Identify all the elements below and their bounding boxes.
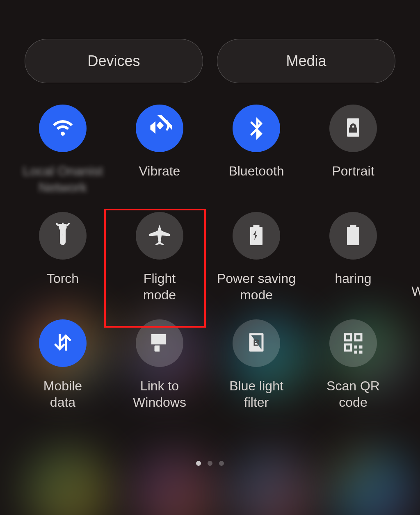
scan-qr-tile-circle xyxy=(329,319,377,367)
torch-label: Torch xyxy=(47,270,79,303)
link-to-windows-label: Link to Windows xyxy=(133,378,186,410)
bluetooth-tile-circle xyxy=(233,105,280,152)
svg-text:B: B xyxy=(253,337,260,348)
torch-tile[interactable]: Torch xyxy=(16,212,109,303)
link-to-windows-tile[interactable]: Link to Windows xyxy=(113,319,206,410)
quick-settings-panel: Devices Media Local Onanist Network Vibr… xyxy=(0,0,420,515)
mobile-data-tile-circle xyxy=(39,319,87,367)
devices-button[interactable]: Devices xyxy=(25,39,203,83)
vibrate-icon xyxy=(147,115,172,141)
power-saving-tile[interactable]: Power saving mode xyxy=(210,212,303,303)
sharing-tile[interactable]: haring xyxy=(307,212,399,303)
sharing-tile-circle xyxy=(329,212,377,260)
wifi-tile[interactable]: Local Onanist Network xyxy=(16,105,109,196)
flight-mode-tile[interactable]: Flight mode xyxy=(113,212,206,303)
blue-light-tile[interactable]: B Blue light filter xyxy=(210,319,303,410)
portrait-label: Portrait xyxy=(332,163,374,196)
torch-icon xyxy=(50,223,75,249)
flight-mode-label: Flight mode xyxy=(143,270,176,303)
scan-qr-tile[interactable]: Scan QR code xyxy=(307,319,399,410)
portrait-tile-circle xyxy=(329,105,377,152)
mobile-data-label: Mobile data xyxy=(43,378,82,410)
qr-code-icon xyxy=(341,330,365,356)
page-dot-3[interactable] xyxy=(219,461,224,466)
wifi-next-page-label: Wi xyxy=(411,283,420,316)
media-button[interactable]: Media xyxy=(217,39,395,83)
power-saving-label: Power saving mode xyxy=(217,270,296,303)
link-to-windows-icon xyxy=(147,330,172,356)
mobile-data-tile[interactable]: Mobile data xyxy=(16,319,109,410)
torch-tile-circle xyxy=(39,212,87,260)
mobile-data-icon xyxy=(50,330,75,356)
portrait-lock-icon xyxy=(341,115,365,141)
airplane-icon xyxy=(147,223,172,249)
sharing-label: haring xyxy=(335,270,372,303)
quick-settings-grid: Local Onanist Network Vibrate Bluetooth xyxy=(0,105,420,427)
vibrate-tile[interactable]: Vibrate xyxy=(113,105,206,196)
battery-recycle-icon xyxy=(244,223,269,249)
power-saving-tile-circle xyxy=(233,212,280,260)
link-to-windows-tile-circle xyxy=(136,319,183,367)
page-dot-2[interactable] xyxy=(208,461,212,466)
flight-mode-tile-circle xyxy=(136,212,183,260)
blue-light-label: Blue light filter xyxy=(229,378,283,410)
blue-light-tile-circle: B xyxy=(233,319,280,367)
vibrate-label: Vibrate xyxy=(139,163,180,196)
bluetooth-tile[interactable]: Bluetooth xyxy=(210,105,303,196)
portrait-tile[interactable]: Portrait xyxy=(307,105,399,196)
wifi-next-page-tile[interactable]: Wi xyxy=(395,225,420,316)
page-dot-1[interactable] xyxy=(196,461,201,466)
scan-qr-label: Scan QR code xyxy=(326,378,380,410)
wifi-tile-circle xyxy=(39,105,87,152)
bluetooth-label: Bluetooth xyxy=(228,163,284,196)
page-indicator[interactable] xyxy=(0,461,420,466)
top-pills-row: Devices Media xyxy=(0,39,420,83)
vibrate-tile-circle xyxy=(136,105,183,152)
bluetooth-icon xyxy=(244,115,269,141)
blue-light-icon: B xyxy=(244,330,269,356)
wifi-icon xyxy=(50,115,75,141)
wifi-label: Local Onanist Network xyxy=(23,163,103,196)
battery-share-icon xyxy=(341,223,365,249)
